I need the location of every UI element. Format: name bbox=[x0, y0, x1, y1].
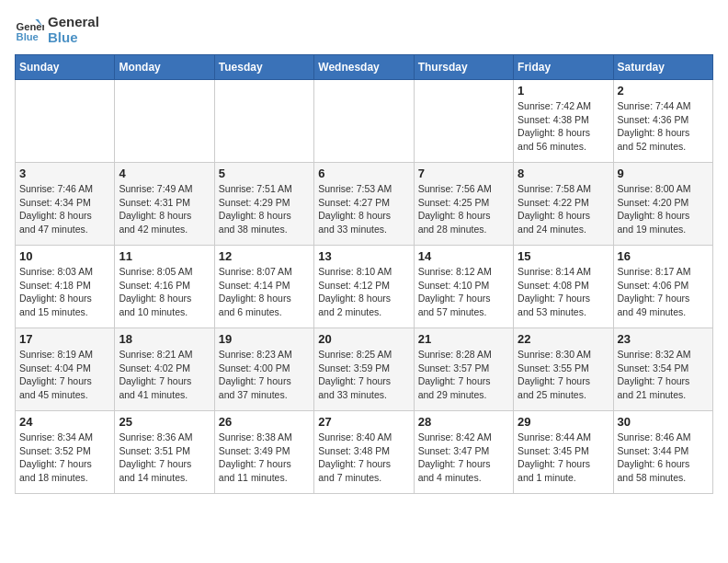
calendar-cell: 7Sunrise: 7:56 AM Sunset: 4:25 PM Daylig… bbox=[414, 163, 513, 246]
day-number: 3 bbox=[19, 167, 110, 180]
day-number: 14 bbox=[418, 249, 509, 263]
calendar-cell: 25Sunrise: 8:36 AM Sunset: 3:51 PM Dayli… bbox=[115, 411, 214, 494]
day-info: Sunrise: 8:38 AM Sunset: 3:49 PM Dayligh… bbox=[219, 431, 310, 485]
day-number: 18 bbox=[119, 332, 210, 346]
day-number: 6 bbox=[318, 167, 409, 180]
calendar-cell: 3Sunrise: 7:46 AM Sunset: 4:34 PM Daylig… bbox=[16, 163, 115, 246]
day-number: 22 bbox=[518, 332, 609, 346]
calendar-cell: 2Sunrise: 7:44 AM Sunset: 4:36 PM Daylig… bbox=[613, 80, 712, 163]
day-number: 27 bbox=[318, 415, 409, 429]
week-row-3: 10Sunrise: 8:03 AM Sunset: 4:18 PM Dayli… bbox=[16, 246, 713, 328]
day-info: Sunrise: 7:51 AM Sunset: 4:29 PM Dayligh… bbox=[219, 182, 310, 236]
weekday-friday: Friday bbox=[514, 55, 613, 80]
weekday-monday: Monday bbox=[115, 55, 214, 80]
day-number: 2 bbox=[618, 84, 709, 98]
weekday-thursday: Thursday bbox=[414, 55, 513, 80]
day-number: 30 bbox=[618, 415, 709, 429]
day-number: 29 bbox=[518, 415, 609, 429]
day-number: 24 bbox=[19, 415, 110, 429]
day-info: Sunrise: 8:36 AM Sunset: 3:51 PM Dayligh… bbox=[119, 431, 210, 485]
weekday-wednesday: Wednesday bbox=[314, 55, 414, 80]
weekday-sunday: Sunday bbox=[16, 55, 115, 80]
day-info: Sunrise: 7:44 AM Sunset: 4:36 PM Dayligh… bbox=[618, 99, 709, 154]
calendar-cell: 19Sunrise: 8:23 AM Sunset: 4:00 PM Dayli… bbox=[214, 328, 313, 411]
calendar-cell bbox=[414, 80, 513, 163]
day-info: Sunrise: 8:42 AM Sunset: 3:47 PM Dayligh… bbox=[418, 431, 509, 485]
day-info: Sunrise: 8:40 AM Sunset: 3:48 PM Dayligh… bbox=[318, 431, 409, 485]
calendar-cell: 6Sunrise: 7:53 AM Sunset: 4:27 PM Daylig… bbox=[314, 163, 414, 246]
day-number: 13 bbox=[318, 249, 409, 263]
day-number: 11 bbox=[119, 249, 210, 263]
week-row-1: 1Sunrise: 7:42 AM Sunset: 4:38 PM Daylig… bbox=[16, 80, 713, 163]
day-info: Sunrise: 7:46 AM Sunset: 4:34 PM Dayligh… bbox=[19, 182, 110, 236]
calendar-cell: 18Sunrise: 8:21 AM Sunset: 4:02 PM Dayli… bbox=[115, 328, 214, 411]
calendar-cell: 9Sunrise: 8:00 AM Sunset: 4:20 PM Daylig… bbox=[613, 163, 712, 246]
logo-icon: General Blue bbox=[15, 16, 44, 45]
calendar-cell: 10Sunrise: 8:03 AM Sunset: 4:18 PM Dayli… bbox=[16, 246, 115, 328]
weekday-saturday: Saturday bbox=[613, 55, 712, 80]
calendar-cell: 30Sunrise: 8:46 AM Sunset: 3:44 PM Dayli… bbox=[613, 411, 712, 494]
weekday-header-row: SundayMondayTuesdayWednesdayThursdayFrid… bbox=[16, 55, 713, 80]
day-info: Sunrise: 8:07 AM Sunset: 4:14 PM Dayligh… bbox=[219, 265, 310, 319]
calendar-cell: 4Sunrise: 7:49 AM Sunset: 4:31 PM Daylig… bbox=[115, 163, 214, 246]
day-info: Sunrise: 8:21 AM Sunset: 4:02 PM Dayligh… bbox=[119, 348, 210, 402]
day-info: Sunrise: 7:58 AM Sunset: 4:22 PM Dayligh… bbox=[518, 182, 609, 236]
calendar-body: 1Sunrise: 7:42 AM Sunset: 4:38 PM Daylig… bbox=[16, 80, 713, 494]
calendar-cell: 26Sunrise: 8:38 AM Sunset: 3:49 PM Dayli… bbox=[214, 411, 313, 494]
day-info: Sunrise: 8:46 AM Sunset: 3:44 PM Dayligh… bbox=[618, 431, 709, 485]
day-info: Sunrise: 8:05 AM Sunset: 4:16 PM Dayligh… bbox=[119, 265, 210, 319]
day-info: Sunrise: 8:17 AM Sunset: 4:06 PM Dayligh… bbox=[618, 265, 709, 319]
calendar-cell: 21Sunrise: 8:28 AM Sunset: 3:57 PM Dayli… bbox=[414, 328, 513, 411]
week-row-2: 3Sunrise: 7:46 AM Sunset: 4:34 PM Daylig… bbox=[16, 163, 713, 246]
calendar-cell: 5Sunrise: 7:51 AM Sunset: 4:29 PM Daylig… bbox=[214, 163, 313, 246]
calendar-cell bbox=[214, 80, 313, 163]
day-info: Sunrise: 8:44 AM Sunset: 3:45 PM Dayligh… bbox=[518, 431, 609, 485]
day-info: Sunrise: 8:23 AM Sunset: 4:00 PM Dayligh… bbox=[219, 348, 310, 402]
day-number: 12 bbox=[219, 249, 310, 263]
day-number: 16 bbox=[618, 249, 709, 263]
day-info: Sunrise: 8:34 AM Sunset: 3:52 PM Dayligh… bbox=[19, 431, 110, 485]
logo-text: General Blue bbox=[48, 15, 99, 45]
day-number: 21 bbox=[418, 332, 509, 346]
calendar-cell: 8Sunrise: 7:58 AM Sunset: 4:22 PM Daylig… bbox=[514, 163, 613, 246]
day-number: 28 bbox=[418, 415, 509, 429]
day-info: Sunrise: 8:19 AM Sunset: 4:04 PM Dayligh… bbox=[19, 348, 110, 402]
calendar-cell: 27Sunrise: 8:40 AM Sunset: 3:48 PM Dayli… bbox=[314, 411, 414, 494]
day-number: 19 bbox=[219, 332, 310, 346]
calendar-cell bbox=[115, 80, 214, 163]
day-info: Sunrise: 8:12 AM Sunset: 4:10 PM Dayligh… bbox=[418, 265, 509, 319]
day-number: 8 bbox=[518, 167, 609, 180]
calendar-table: SundayMondayTuesdayWednesdayThursdayFrid… bbox=[15, 54, 713, 494]
calendar-cell: 16Sunrise: 8:17 AM Sunset: 4:06 PM Dayli… bbox=[613, 246, 712, 328]
day-number: 25 bbox=[119, 415, 210, 429]
day-info: Sunrise: 8:25 AM Sunset: 3:59 PM Dayligh… bbox=[318, 348, 409, 402]
day-info: Sunrise: 8:03 AM Sunset: 4:18 PM Dayligh… bbox=[19, 265, 110, 319]
day-number: 17 bbox=[19, 332, 110, 346]
calendar-cell: 13Sunrise: 8:10 AM Sunset: 4:12 PM Dayli… bbox=[314, 246, 414, 328]
svg-text:Blue: Blue bbox=[17, 31, 39, 42]
week-row-4: 17Sunrise: 8:19 AM Sunset: 4:04 PM Dayli… bbox=[16, 328, 713, 411]
day-info: Sunrise: 7:53 AM Sunset: 4:27 PM Dayligh… bbox=[318, 182, 409, 236]
calendar-cell: 29Sunrise: 8:44 AM Sunset: 3:45 PM Dayli… bbox=[514, 411, 613, 494]
day-number: 1 bbox=[518, 84, 609, 98]
day-number: 4 bbox=[119, 167, 210, 180]
calendar-cell: 20Sunrise: 8:25 AM Sunset: 3:59 PM Dayli… bbox=[314, 328, 414, 411]
day-info: Sunrise: 7:42 AM Sunset: 4:38 PM Dayligh… bbox=[518, 99, 609, 154]
calendar-cell: 17Sunrise: 8:19 AM Sunset: 4:04 PM Dayli… bbox=[16, 328, 115, 411]
day-info: Sunrise: 8:32 AM Sunset: 3:54 PM Dayligh… bbox=[618, 348, 709, 402]
day-number: 15 bbox=[518, 249, 609, 263]
day-info: Sunrise: 7:49 AM Sunset: 4:31 PM Dayligh… bbox=[119, 182, 210, 236]
page-header: General Blue General Blue bbox=[15, 15, 713, 45]
calendar-cell: 11Sunrise: 8:05 AM Sunset: 4:16 PM Dayli… bbox=[115, 246, 214, 328]
calendar-cell: 12Sunrise: 8:07 AM Sunset: 4:14 PM Dayli… bbox=[214, 246, 313, 328]
calendar-cell: 1Sunrise: 7:42 AM Sunset: 4:38 PM Daylig… bbox=[514, 80, 613, 163]
calendar-cell: 22Sunrise: 8:30 AM Sunset: 3:55 PM Dayli… bbox=[514, 328, 613, 411]
day-info: Sunrise: 8:28 AM Sunset: 3:57 PM Dayligh… bbox=[418, 348, 509, 402]
calendar-cell: 24Sunrise: 8:34 AM Sunset: 3:52 PM Dayli… bbox=[16, 411, 115, 494]
day-info: Sunrise: 8:14 AM Sunset: 4:08 PM Dayligh… bbox=[518, 265, 609, 319]
logo: General Blue General Blue bbox=[15, 15, 99, 45]
calendar-cell bbox=[16, 80, 115, 163]
day-number: 10 bbox=[19, 249, 110, 263]
calendar-cell: 14Sunrise: 8:12 AM Sunset: 4:10 PM Dayli… bbox=[414, 246, 513, 328]
day-info: Sunrise: 8:00 AM Sunset: 4:20 PM Dayligh… bbox=[618, 182, 709, 236]
